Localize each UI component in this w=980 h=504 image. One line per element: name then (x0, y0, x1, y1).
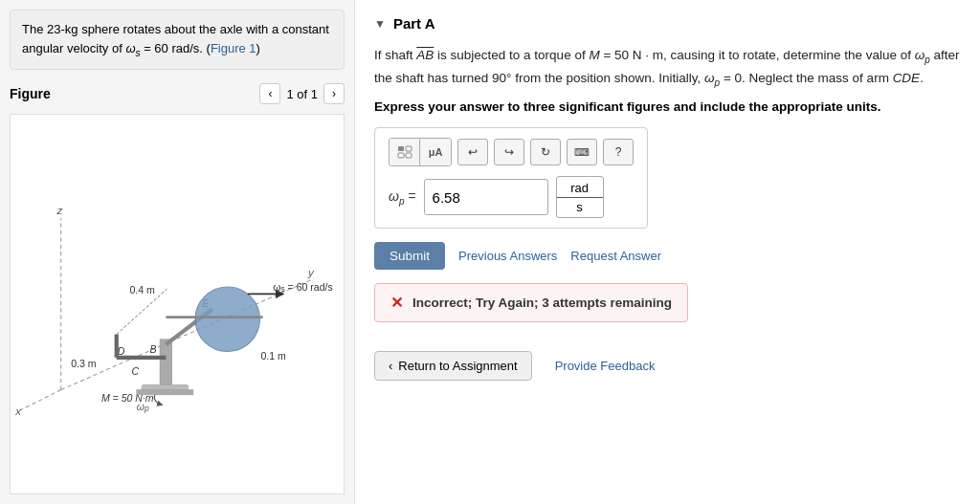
mu-icon: μΑ (429, 146, 443, 158)
svg-rect-7 (160, 340, 172, 390)
part-collapse-arrow[interactable]: ▼ (374, 17, 386, 31)
svg-text:0.1 m: 0.1 m (261, 350, 287, 362)
unit-box: rad s (556, 176, 604, 218)
figure-prev-button[interactable]: ‹ (259, 83, 280, 104)
matrix-icon (397, 145, 412, 159)
svg-text:0.4 m: 0.4 m (129, 285, 155, 296)
svg-rect-28 (406, 146, 412, 151)
help-icon: ? (615, 145, 622, 159)
submit-button[interactable]: Submit (374, 242, 445, 270)
redo-icon: ↪ (504, 145, 514, 159)
problem-description: If shaft AB is subjected to a torque of … (374, 45, 961, 90)
part-header: ▼ Part A (374, 15, 961, 32)
svg-rect-26 (137, 390, 193, 395)
return-to-assignment-button[interactable]: ‹ Return to Assignment (374, 351, 532, 381)
refresh-button[interactable]: ↻ (530, 139, 561, 165)
return-arrow-icon: ‹ (389, 359, 392, 373)
problem-text: The 23-kg sphere rotates about the axle … (22, 22, 329, 55)
svg-text:0.3 m: 0.3 m (71, 358, 97, 369)
svg-text:x: x (14, 405, 22, 417)
svg-text:y: y (307, 267, 315, 279)
instruction-text: Express your answer to three significant… (374, 99, 961, 114)
svg-rect-27 (398, 146, 404, 151)
answer-container: μΑ ↩ ↪ ↻ ⌨ ? ωp = (374, 127, 648, 229)
unit-numerator: rad (557, 181, 603, 198)
left-panel: The 23-kg sphere rotates about the axle … (0, 0, 354, 504)
toolbar-icon-group: μΑ (389, 138, 452, 166)
keyboard-button[interactable]: ⌨ (567, 139, 597, 165)
matrix-button[interactable] (390, 139, 420, 165)
request-answer-link[interactable]: Request Answer (570, 249, 661, 263)
omega-symbol: ω (389, 188, 399, 204)
right-panel: ▼ Part A If shaft AB is subjected to a t… (354, 0, 980, 504)
svg-text:D: D (118, 345, 125, 357)
svg-rect-29 (398, 153, 404, 158)
equals-sign: = (408, 188, 415, 204)
unit-denominator: s (557, 198, 603, 214)
figure-title: Figure (10, 86, 51, 101)
error-icon: ✕ (390, 294, 403, 312)
figure-next-button[interactable]: › (323, 83, 345, 104)
svg-rect-30 (406, 153, 412, 158)
undo-icon: ↩ (468, 145, 478, 159)
figure-diagram: y z x B E C D (11, 115, 344, 493)
action-row: Submit Previous Answers Request Answer (374, 242, 961, 270)
help-button[interactable]: ? (603, 139, 634, 165)
figure-image-area: y z x B E C D (10, 114, 345, 494)
svg-text:z: z (56, 204, 63, 216)
mu-button[interactable]: μΑ (420, 139, 451, 165)
figure-count: 1 of 1 (286, 87, 318, 101)
problem-statement: The 23-kg sphere rotates about the axle … (10, 10, 345, 70)
part-title: Part A (393, 15, 435, 32)
refresh-icon: ↻ (541, 145, 550, 159)
figure-header: Figure ‹ 1 of 1 › (10, 79, 345, 108)
return-label: Return to Assignment (398, 359, 517, 373)
toolbar: μΑ ↩ ↪ ↻ ⌨ ? (389, 138, 634, 166)
keyboard-icon: ⌨ (574, 146, 590, 159)
figure-link[interactable]: Figure 1 (211, 41, 256, 55)
previous-answers-link[interactable]: Previous Answers (458, 249, 557, 263)
error-box: ✕ Incorrect; Try Again; 3 attempts remai… (374, 283, 688, 322)
svg-text:C: C (132, 365, 140, 377)
svg-text:B: B (150, 343, 157, 355)
undo-button[interactable]: ↩ (457, 139, 488, 165)
answer-input[interactable] (424, 179, 548, 215)
figure-nav: ‹ 1 of 1 › (259, 83, 345, 104)
error-message: Incorrect; Try Again; 3 attempts remaini… (412, 296, 672, 310)
input-row: ωp = rad s (389, 176, 634, 218)
redo-button[interactable]: ↪ (494, 139, 524, 165)
omega-subscript: p (399, 196, 405, 207)
input-label: ωp = (389, 188, 416, 207)
provide-feedback-link[interactable]: Provide Feedback (555, 359, 656, 373)
footer-row: ‹ Return to Assignment Provide Feedback (374, 351, 961, 381)
svg-point-15 (195, 287, 259, 351)
